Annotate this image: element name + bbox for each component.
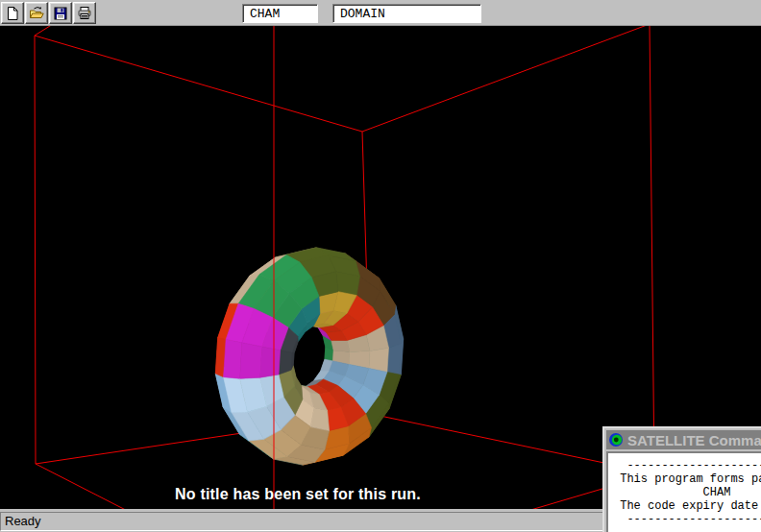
satellite-console-text: -------------------------- This program … [608, 453, 761, 526]
cham-field[interactable] [242, 4, 318, 23]
satellite-app-icon [608, 432, 624, 447]
toolbar [0, 0, 761, 26]
new-button[interactable] [1, 2, 24, 24]
satellite-titlebar[interactable]: SATELLITE Command [606, 430, 761, 449]
printer-icon [77, 6, 92, 21]
application-window: No title has been set for this run. Read… [0, 0, 761, 532]
run-title-text: No title has been set for this run. [0, 486, 596, 503]
satellite-console[interactable]: -------------------------- This program … [606, 451, 761, 532]
domain-field[interactable] [332, 4, 481, 23]
satellite-title: SATELLITE Command [627, 432, 761, 448]
new-document-icon [5, 6, 20, 21]
print-button[interactable] [73, 2, 96, 24]
satellite-command-window[interactable]: SATELLITE Command ----------------------… [602, 426, 761, 532]
status-text: Ready [5, 514, 41, 528]
save-floppy-icon [53, 6, 68, 21]
torus-mesh [215, 248, 403, 465]
open-folder-icon [29, 6, 44, 21]
save-button[interactable] [49, 2, 72, 24]
open-button[interactable] [25, 2, 48, 24]
